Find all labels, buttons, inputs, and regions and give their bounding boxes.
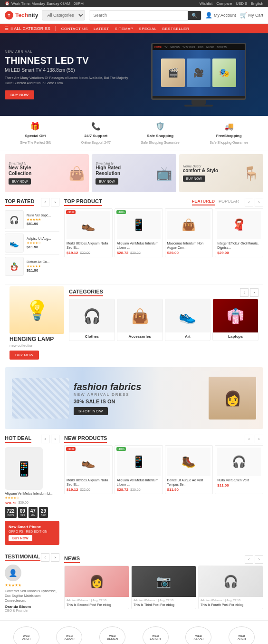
- promo-banner-3: Home Decor comfort & Stylo BUY NOW 🪑: [179, 154, 263, 192]
- cat-art[interactable]: 👟 Art: [165, 299, 211, 341]
- promo-btn-3[interactable]: BUY NOW: [183, 176, 205, 182]
- hot-deal-next[interactable]: ›: [51, 435, 59, 443]
- categories-next[interactable]: ›: [250, 288, 258, 297]
- tv-stand-base: [184, 105, 213, 107]
- hero-banner: NEW ARRIVAL THINNEST LED TV Mi LED Smart…: [0, 33, 268, 116]
- nav-sitemap[interactable]: SITEMAP: [115, 27, 134, 31]
- top-rated-info-1: Nulla Vel Sapc... ★★★★★ $51.90: [27, 214, 59, 226]
- hanging-lamp-section: 💡 HENGING LAMP new collection BUY NOW: [5, 286, 59, 363]
- news-prev[interactable]: ‹: [245, 555, 253, 564]
- new-product-prices-3: $11.90: [167, 488, 211, 492]
- feature-support-desc: Online Support 24/7: [81, 141, 111, 144]
- news-card-3[interactable]: 🎧 Admin - Websocch | Aug, 27 18 This Is …: [198, 566, 263, 609]
- tab-featured[interactable]: FEATURED: [192, 199, 215, 205]
- brand-3: WEBDESIGN: [99, 626, 125, 644]
- promo-btn-1[interactable]: BUY NOW: [9, 178, 31, 185]
- top-rated-next[interactable]: ›: [51, 198, 59, 206]
- search-button[interactable]: 🔍: [188, 11, 201, 20]
- top-rated-header: TOP RATED ‹ ›: [5, 196, 59, 208]
- hanging-lamp-btn[interactable]: BUY NOW: [10, 351, 39, 360]
- cat-clothes[interactable]: 🎧 Clothes: [69, 299, 115, 341]
- nav-bestseller[interactable]: BESTSELLER: [163, 27, 190, 31]
- new-products-prev[interactable]: ‹: [245, 435, 253, 443]
- top-rated-section: TOP RATED ‹ › 🎧 Nulla Vel Sapc... ★★★★★ …: [5, 196, 59, 278]
- new-product-img-4: 🎧: [217, 448, 261, 476]
- testimonial-col: TESTIMONIAL ‹ › 👤 ★★★★★ Contectet Sed Rh…: [5, 553, 59, 612]
- wishlist-link[interactable]: Wishlist: [200, 1, 213, 6]
- nav-contact[interactable]: CONTACT US: [61, 27, 88, 31]
- new-product-card-1[interactable]: -33% 👞 Morbi Ultrices Aliquam Nulla Sed …: [64, 445, 113, 494]
- hot-deal-product-name: Aliquam Vel Metus Interdum Li...: [5, 492, 59, 495]
- top-product-card-2[interactable]: -10% 📱 Aliquam Vel Metus Interdum Libero…: [115, 208, 163, 257]
- fashion-shop-now-button[interactable]: SHOP NOW: [74, 407, 108, 415]
- categories-prev[interactable]: ‹: [240, 288, 249, 297]
- testimonial-prev[interactable]: ‹: [41, 553, 49, 562]
- new-product-card-3[interactable]: 🥾 Donec Ut Augue Ac Velit Tempus Se... $…: [165, 445, 213, 494]
- currency-selector[interactable]: USD $: [236, 1, 247, 6]
- new-product-card-4[interactable]: 🎧 Nulla Vel Sapien Velit $11.00: [215, 445, 263, 494]
- news-card-1[interactable]: 👩 Admin - Websocch | Aug, 27 18 This Is …: [64, 566, 129, 609]
- news-nav: ‹ ›: [245, 555, 263, 564]
- cat-laptops-img: 👘: [213, 299, 258, 332]
- countdown-days: 722 DAYS: [5, 507, 17, 518]
- promo-btn-2[interactable]: BUY NOW: [96, 178, 118, 185]
- product-card-img-4: 🧣: [217, 211, 261, 239]
- top-rated-prev[interactable]: ‹: [41, 198, 49, 206]
- support-icon: 📞: [91, 122, 101, 131]
- categories-section-outer: 💡 HENGING LAMP new collection BUY NOW CA…: [0, 286, 268, 367]
- hot-deal-new-products: HOT DEAL ‹ › 📱 Aliquam Vel Metus Interdu…: [0, 433, 268, 549]
- phone-promo-btn[interactable]: BUY NOW: [9, 535, 32, 541]
- logo[interactable]: T Technity: [5, 11, 38, 20]
- top-rated-name-2: Adipisc Ut Aug...: [27, 237, 59, 240]
- all-categories-nav[interactable]: ☰ ≡ ALL CATEGORIES: [5, 26, 56, 31]
- feature-gift-title: Special Gift: [25, 134, 46, 138]
- news-next[interactable]: ›: [255, 555, 263, 564]
- new-product-img-3: 🥾: [167, 448, 211, 476]
- news-title-3: This Is Fourth Post For eblog: [201, 603, 261, 607]
- top-product-next[interactable]: ›: [255, 198, 263, 206]
- categories-right: CATEGORIES ‹ › 🎧 Clothes 👜 Accessories 👟…: [64, 286, 263, 363]
- top-product-nav: ‹ ›: [245, 198, 263, 206]
- top-product-card-1[interactable]: -33% 👞 Morbi Ultrices Aliquam Nulla Sed …: [64, 208, 113, 257]
- top-product-card-4[interactable]: 🧣 Integer Efficitur Orci Mauris, Digniss…: [215, 208, 263, 257]
- testimonial-next[interactable]: ›: [51, 553, 59, 562]
- compare-link[interactable]: Compare: [216, 1, 232, 6]
- fashion-title: fashion fabrics: [74, 381, 209, 392]
- work-time-text: Work Time: Monday-Sunday 08AM - 06PM: [11, 1, 84, 6]
- language-selector[interactable]: English: [251, 1, 263, 6]
- nav-latest[interactable]: LATEST: [94, 27, 109, 31]
- news-card-2[interactable]: 📷 Admin - Websocch | Aug, 27 18 This Is …: [131, 566, 196, 609]
- hanging-lamp-subtitle: new collection: [10, 343, 55, 348]
- top-rated-stars-1: ★★★★★: [27, 218, 59, 222]
- hot-deal-old-price: $39.00: [18, 501, 28, 505]
- my-account-link[interactable]: 👤 My Account: [205, 12, 236, 19]
- top-rated-price-3: $11.90: [27, 268, 59, 273]
- top-product-card-3[interactable]: 👜 Maecenas Interdum Non Augue Con... $29…: [165, 208, 213, 257]
- cat-art-name: Art: [165, 332, 211, 341]
- hot-deal-header: HOT DEAL ‹ ›: [5, 433, 59, 445]
- testimonial-title: TESTIMONIAL: [5, 554, 40, 561]
- top-product-prev[interactable]: ‹: [245, 198, 253, 206]
- feature-support: 📞 24/7 Support Online Support 24/7: [81, 122, 111, 144]
- cat-accessories[interactable]: 👜 Accessories: [117, 299, 163, 341]
- cat-laptops[interactable]: 👘 Laptops: [212, 299, 258, 341]
- hanging-lamp-title: HENGING LAMP: [10, 336, 55, 342]
- new-products-next[interactable]: ›: [255, 435, 263, 443]
- top-rated-info-2: Adipisc Ut Aug... ★★★★☆ $11.90: [27, 237, 59, 249]
- safe-icon: 🛡️: [155, 122, 165, 131]
- new-product-card-2[interactable]: -10% 📱 Aliquam Vel Metus Interdum Libero…: [115, 445, 163, 494]
- tab-popular[interactable]: POPULAR: [219, 199, 239, 205]
- top-rated-item-2: 👟 Adipisc Ut Aug... ★★★★☆ $11.90: [5, 232, 59, 255]
- my-cart-link[interactable]: 🛒 My Cart: [240, 12, 264, 19]
- countdown-secs: 29 SEC: [39, 507, 48, 518]
- phone-promo-title: New Smart Phone: [9, 525, 56, 529]
- feature-support-title: 24/7 Support: [85, 134, 107, 138]
- product-card-prices-3: $29.00: [167, 251, 211, 255]
- top-bar: ⏰ Work Time: Monday-Sunday 08AM - 06PM W…: [0, 0, 268, 7]
- category-select[interactable]: All Categories: [42, 10, 85, 20]
- nav-special[interactable]: SPECIAL: [139, 27, 156, 31]
- search-input[interactable]: [89, 11, 188, 20]
- hot-deal-prev[interactable]: ‹: [41, 435, 49, 443]
- hero-buy-now-button[interactable]: BUY NOW: [5, 90, 34, 99]
- news-meta-2: Admin - Websocch | Aug, 27 18: [134, 599, 194, 602]
